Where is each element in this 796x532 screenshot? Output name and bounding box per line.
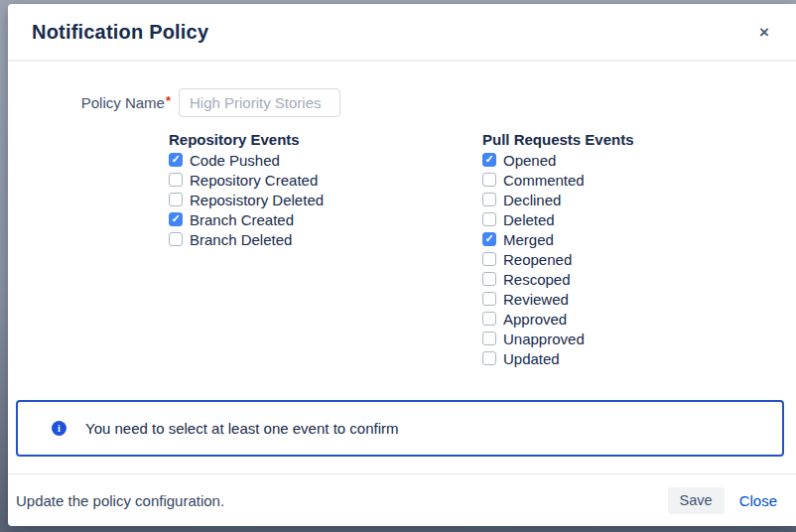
alert-message: You need to select at least one event to…	[85, 420, 398, 437]
checkbox-checked-icon[interactable]	[482, 232, 496, 246]
checkbox-option-branch-deleted: Branch Deleted	[169, 229, 482, 249]
checkbox-unchecked-icon[interactable]	[482, 312, 496, 326]
checkbox-unchecked-icon[interactable]	[169, 173, 183, 187]
checkbox-label: Reviewed	[503, 291, 569, 308]
event-group-repository-events: Repository EventsCode PushedRepository C…	[169, 130, 482, 368]
checkbox-option-code-pushed: Code Pushed	[169, 150, 482, 170]
checkbox-checked-icon[interactable]	[482, 153, 496, 167]
checkbox-checked-icon[interactable]	[169, 153, 183, 167]
checkbox-option-declined: Declined	[482, 190, 796, 209]
checkbox-unchecked-icon[interactable]	[482, 292, 496, 306]
checkbox-option-reviewed: Reviewed	[482, 289, 796, 309]
checkbox-unchecked-icon[interactable]	[482, 252, 496, 266]
checkbox-label: Deleted	[503, 211, 555, 228]
checkbox-unchecked-icon[interactable]	[169, 232, 183, 246]
modal-title: Notification Policy	[32, 21, 208, 44]
group-title: Repository Events	[169, 130, 482, 150]
checkbox-label: Code Pushed	[190, 152, 280, 169]
checkbox-unchecked-icon[interactable]	[482, 272, 496, 286]
checkbox-option-opened: Opened	[482, 150, 796, 170]
checkbox-checked-icon[interactable]	[169, 212, 183, 226]
checkbox-unchecked-icon[interactable]	[482, 212, 496, 226]
close-button[interactable]: Close	[739, 492, 777, 509]
checkbox-unchecked-icon[interactable]	[169, 193, 183, 206]
checkbox-unchecked-icon[interactable]	[482, 193, 496, 206]
policy-name-input[interactable]	[179, 88, 340, 117]
modal-header: Notification Policy ×	[8, 4, 796, 62]
checkbox-option-approved: Approved	[482, 309, 796, 329]
modal-footer: Update the policy configuration. Save Cl…	[8, 473, 796, 526]
checkbox-option-rescoped: Rescoped	[482, 269, 796, 289]
checkbox-unchecked-icon[interactable]	[482, 332, 496, 345]
checkbox-option-deleted: Deleted	[482, 209, 796, 229]
checkbox-label: Declined	[503, 192, 561, 208]
checkbox-unchecked-icon[interactable]	[482, 173, 496, 187]
checkbox-label: Branch Created	[190, 211, 294, 228]
checkbox-label: Repository Created	[190, 172, 318, 189]
event-group-pull-requests-events: Pull Requests EventsOpenedCommentedDecli…	[482, 130, 796, 368]
footer-actions: Save Close	[668, 487, 777, 514]
close-icon[interactable]: ×	[753, 22, 775, 44]
required-asterisk: *	[166, 93, 171, 108]
info-alert: i You need to select at least one event …	[16, 400, 784, 457]
checkbox-label: Reposistory Deleted	[190, 192, 324, 208]
checkbox-label: Reopened	[503, 251, 572, 268]
save-button[interactable]: Save	[668, 487, 725, 514]
checkbox-option-commented: Commented	[482, 170, 796, 190]
checkbox-label: Opened	[503, 152, 556, 169]
modal-body: Policy Name* Repository EventsCode Pushe…	[8, 88, 796, 368]
group-title: Pull Requests Events	[482, 130, 796, 150]
checkbox-option-reopened: Reopened	[482, 249, 796, 269]
checkbox-label: Rescoped	[503, 271, 571, 288]
notification-policy-modal: Notification Policy × Policy Name* Repos…	[8, 4, 796, 526]
info-icon: i	[52, 421, 66, 436]
checkbox-label: Commented	[503, 172, 585, 189]
policy-name-field-row: Policy Name*	[71, 88, 796, 117]
policy-name-label: Policy Name*	[71, 94, 171, 111]
policy-name-label-text: Policy Name	[81, 94, 165, 111]
checkbox-label: Approved	[503, 311, 567, 328]
checkbox-option-unapproved: Unapproved	[482, 329, 796, 348]
checkbox-option-reposistory-deleted: Reposistory Deleted	[169, 190, 482, 209]
checkbox-option-updated: Updated	[482, 348, 796, 368]
checkbox-label: Merged	[503, 231, 554, 248]
checkbox-option-merged: Merged	[482, 229, 796, 249]
event-groups: Repository EventsCode PushedRepository C…	[169, 130, 796, 368]
checkbox-label: Unapproved	[503, 331, 585, 347]
checkbox-option-repository-created: Repository Created	[169, 170, 482, 190]
checkbox-unchecked-icon[interactable]	[482, 351, 496, 365]
checkbox-label: Updated	[503, 350, 560, 367]
footer-hint: Update the policy configuration.	[16, 492, 224, 509]
checkbox-label: Branch Deleted	[190, 231, 292, 248]
checkbox-option-branch-created: Branch Created	[169, 209, 482, 229]
